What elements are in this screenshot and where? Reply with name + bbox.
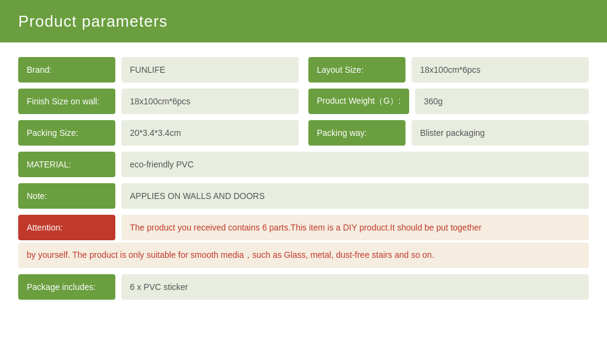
row-note: Note: APPLIES ON WALLS AND DOORS [18,183,589,209]
note-label: Note: [18,183,115,209]
material-label: MATERIAL: [18,152,115,177]
attention-value-line1: The product you received contains 6 part… [121,215,589,240]
finish-size-label: Finish Size on wall: [18,89,115,114]
packing-size-label: Packing Size: [18,120,115,146]
row-packing: Packing Size: 20*3.4*3.4cm Packing way: … [18,120,589,146]
product-weight-value: 360g [415,89,589,114]
header: Product parameters [0,0,607,42]
material-value: eco-friendly PVC [121,152,589,177]
product-weight-label: Product Weight（G）: [308,89,409,114]
row-attention: Attention: The product you received cont… [18,215,589,240]
content: Brand: FUNLIFE Layout Size: 18x100cm*6pc… [0,42,607,314]
layout-size-value: 18x100cm*6pcs [412,57,589,83]
row-brand-layout: Brand: FUNLIFE Layout Size: 18x100cm*6pc… [18,57,589,83]
attention-label: Attention: [18,215,115,240]
packing-way-label: Packing way: [308,120,405,146]
row-package: Package includes: 6 x PVC sticker [18,274,589,300]
page-title: Product parameters [18,12,168,31]
finish-size-value: 18x100cm*6pcs [121,89,299,114]
brand-label: Brand: [18,57,115,83]
row-finish-weight: Finish Size on wall: 18x100cm*6pcs Produ… [18,89,589,114]
packing-size-value: 20*3.4*3.4cm [121,120,299,146]
attention-continuation: by yourself. The product is only suitabl… [18,243,589,268]
layout-size-label: Layout Size: [308,57,405,83]
packing-way-value: Blister packaging [412,120,589,146]
package-value: 6 x PVC sticker [121,274,589,300]
package-label: Package includes: [18,274,115,300]
note-value: APPLIES ON WALLS AND DOORS [121,183,589,209]
brand-value: FUNLIFE [121,57,299,83]
row-material: MATERIAL: eco-friendly PVC [18,152,589,177]
